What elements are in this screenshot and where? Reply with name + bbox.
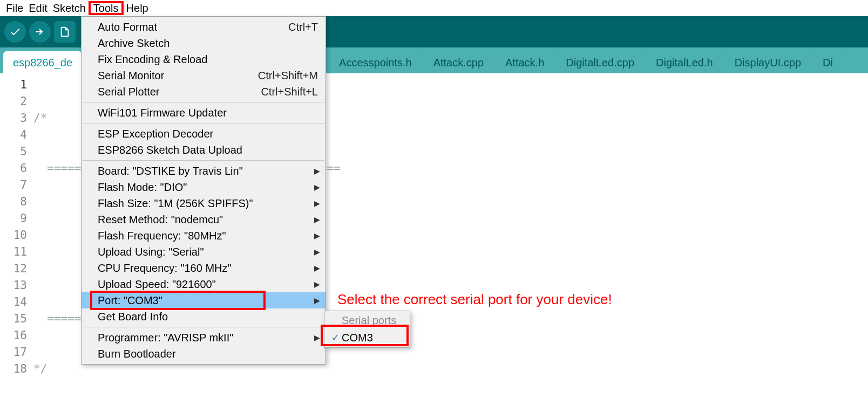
tab-more[interactable]: Di xyxy=(813,51,843,73)
annotation-text: Select the correct serial port for your … xyxy=(337,291,612,308)
chevron-right-icon: ▶ xyxy=(314,183,320,191)
tools-upload-using[interactable]: Upload Using: "Serial"▶ xyxy=(82,244,326,260)
tools-dropdown: Auto Format Ctrl+T Archive Sketch Fix En… xyxy=(81,16,326,365)
tools-esp-exception-decoder[interactable]: ESP Exception Decoder xyxy=(82,126,326,142)
chevron-right-icon: ▶ xyxy=(314,296,320,305)
tab-displayui-cpp[interactable]: DisplayUI.cpp xyxy=(725,51,811,73)
menu-edit[interactable]: Edit xyxy=(26,1,50,15)
tools-cpu-frequency[interactable]: CPU Frequency: "160 MHz"▶ xyxy=(82,260,326,276)
chevron-right-icon: ▶ xyxy=(314,215,320,224)
menu-tools[interactable]: Tools xyxy=(89,1,124,15)
tools-serial-monitor[interactable]: Serial Monitor Ctrl+Shift+M xyxy=(82,67,326,84)
port-submenu: Serial ports ✓ COM3 xyxy=(324,311,410,348)
chevron-right-icon: ▶ xyxy=(314,199,320,208)
menu-bar: File Edit Sketch Tools Help xyxy=(0,0,868,16)
port-option-com3[interactable]: ✓ COM3 xyxy=(324,329,410,346)
chevron-right-icon: ▶ xyxy=(314,333,320,342)
check-icon: ✓ xyxy=(329,332,342,344)
tools-programmer[interactable]: Programmer: "AVRISP mkII"▶ xyxy=(82,330,326,346)
tools-auto-format[interactable]: Auto Format Ctrl+T xyxy=(82,19,326,35)
tools-wifi101-updater[interactable]: WiFi101 Firmware Updater xyxy=(82,105,326,121)
tools-esp8266-data-upload[interactable]: ESP8266 Sketch Data Upload xyxy=(82,142,326,158)
separator xyxy=(83,123,324,123)
tab-accesspoints[interactable]: Accesspoints.h xyxy=(329,51,422,73)
chevron-right-icon: ▶ xyxy=(314,280,320,289)
tab-esp8266[interactable]: esp8266_de xyxy=(3,51,82,73)
line-gutter: 1 2 3 4 5 6 7 8 9 10 11 12 13 14 15 16 1… xyxy=(0,73,31,398)
port-submenu-header: Serial ports xyxy=(324,312,410,329)
tools-fix-encoding[interactable]: Fix Encoding & Reload xyxy=(82,51,326,67)
chevron-right-icon: ▶ xyxy=(314,248,320,256)
menu-file[interactable]: File xyxy=(3,1,26,15)
verify-button[interactable] xyxy=(4,21,26,43)
tools-burn-bootloader[interactable]: Burn Bootloader xyxy=(82,346,326,362)
tools-flash-frequency[interactable]: Flash Frequency: "80MHz"▶ xyxy=(82,228,326,244)
tab-attack-h[interactable]: Attack.h xyxy=(496,51,554,73)
chevron-right-icon: ▶ xyxy=(314,264,320,272)
separator xyxy=(83,102,324,102)
chevron-right-icon: ▶ xyxy=(314,231,320,240)
menu-help[interactable]: Help xyxy=(124,1,151,15)
tools-flash-mode[interactable]: Flash Mode: "DIO"▶ xyxy=(82,179,326,195)
tools-flash-size[interactable]: Flash Size: "1M (256K SPIFFS)"▶ xyxy=(82,195,326,211)
chevron-right-icon: ▶ xyxy=(314,167,320,175)
tools-board[interactable]: Board: "DSTIKE by Travis Lin"▶ xyxy=(82,163,326,179)
menu-sketch[interactable]: Sketch xyxy=(50,1,89,15)
tab-digitalled-cpp[interactable]: DigitalLed.cpp xyxy=(556,51,644,73)
upload-button[interactable] xyxy=(29,21,51,43)
new-sketch-button[interactable] xyxy=(54,21,76,43)
separator xyxy=(83,160,324,161)
tab-attack-cpp[interactable]: Attack.cpp xyxy=(424,51,493,73)
separator xyxy=(83,327,324,327)
tools-reset-method[interactable]: Reset Method: "nodemcu"▶ xyxy=(82,211,326,228)
tools-serial-plotter[interactable]: Serial Plotter Ctrl+Shift+L xyxy=(82,84,326,100)
tools-get-board-info[interactable]: Get Board Info xyxy=(82,308,326,325)
tools-archive-sketch[interactable]: Archive Sketch xyxy=(82,35,326,51)
tab-digitalled-h[interactable]: DigitalLed.h xyxy=(646,51,723,73)
tools-upload-speed[interactable]: Upload Speed: "921600"▶ xyxy=(82,276,326,292)
tools-port[interactable]: Port: "COM3"▶ xyxy=(82,292,326,308)
